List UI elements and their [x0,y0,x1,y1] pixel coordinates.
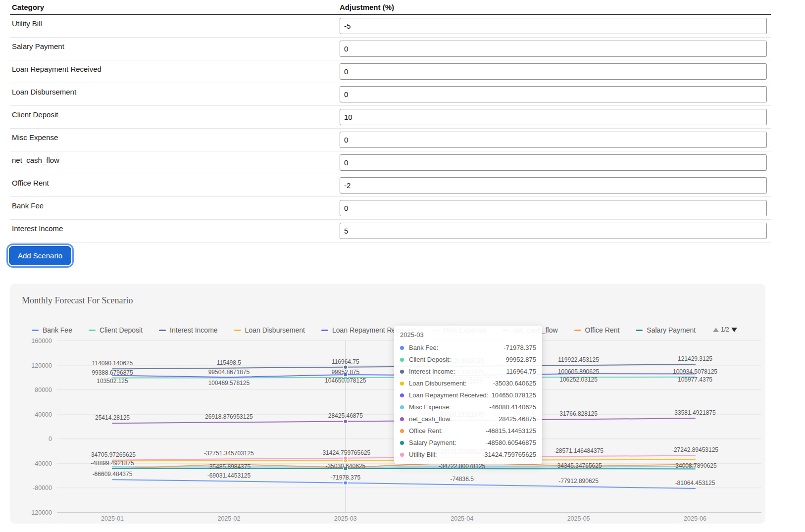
table-row: Client Deposit [10,106,771,129]
y-axis-tick: 80000 [35,387,52,393]
data-label-bank-fee: -66609.484375 [93,471,133,478]
hover-point-utility-bill [344,456,348,460]
table-row: Bank Fee [10,197,771,220]
data-label-net-cash-flow: 28425.46875 [328,412,363,419]
x-axis-tick: 2025-03 [334,515,357,522]
series-line-net-cash-flow [112,418,695,423]
y-axis-tick: -80000 [33,484,52,491]
data-label-net-cash-flow: 31766.828125 [559,410,598,417]
category-label-interest-income: Interest Income [12,224,63,233]
data-label-loan-disbursement: -34008.7890625 [673,462,717,469]
adjustment-form: Category Adjustment (%) Utility BillSala… [10,0,771,242]
data-label-net-cash-flow: 26918.876953125 [205,413,253,420]
category-label-salary-payment: Salary Payment [12,42,64,50]
data-label-net-cash-flow: 30060.19921875 [440,411,484,418]
data-label-bank-fee: -81064.453125 [675,480,715,486]
section-divider [10,270,771,270]
data-label-loan-repayment-received: 104650.078125 [325,377,366,384]
data-label-interest-income: 114090.140625 [92,360,133,367]
data-label-loan-repayment-received: 106252.03125 [559,376,598,383]
data-label-loan-repayment-received: 105977.4375 [678,376,712,383]
data-label-loan-disbursement: -35030.640625 [325,463,365,470]
data-label-loan-disbursement: -34722.80078125 [439,463,485,470]
data-label-utility-bill: -28571.146484375 [553,447,604,454]
data-label-loan-repayment-received: 100469.578125 [208,380,250,387]
x-axis-tick: 2025-04 [451,515,473,522]
data-label-utility-bill: -29901.50390625 [439,448,485,455]
table-row: Office Rent [10,174,771,197]
data-label-net-cash-flow: 25414.28125 [95,414,130,421]
data-label-client-deposit: 99504.8671875 [208,369,250,376]
x-axis-tick: 2025-01 [101,515,124,522]
series-line-misc-expense [112,467,695,467]
forecast-chart-card: Monthly Forecast For Scenario Bank FeeCl… [10,284,765,524]
series-line-loan-disbursement [112,460,695,461]
column-header-category: Category [12,3,44,11]
y-axis-tick: 40000 [35,411,52,418]
x-axis-tick: 2025-05 [567,515,590,522]
data-label-interest-income: 118429.3828125 [440,357,485,364]
data-label-interest-income: 121429.3125 [678,355,712,362]
adjustment-input-utility-bill[interactable] [340,18,767,34]
category-label-utility-bill: Utility Bill [12,19,42,28]
adjustment-input-loan-disbursement[interactable] [340,86,767,102]
adjustment-input-interest-income[interactable] [340,223,767,239]
table-row: Salary Payment [10,38,771,60]
adjustment-input-salary-payment[interactable] [340,41,767,57]
table-row: Loan Repayment Received [10,60,771,83]
data-label-interest-income: 116964.75 [332,358,359,365]
x-axis-tick: 2025-02 [217,515,240,522]
adjustment-input-loan-repayment-received[interactable] [340,63,767,80]
data-label-bank-fee: -69031.4453125 [207,472,251,479]
data-label-bank-fee: -71978.375 [330,474,360,481]
add-scenario-button[interactable]: Add Scenario [9,246,71,265]
line-chart-plot: 16000012000080000400000-40000-80000-1200… [10,284,765,524]
data-label-loan-repayment-received: 103356.921875 [441,378,483,385]
table-header: Category Adjustment (%) [10,0,771,15]
data-label-utility-bill: -27242.89453125 [672,446,718,453]
category-label-bank-fee: Bank Fee [12,201,44,210]
hover-point-net-cash-flow [344,419,348,423]
x-axis-tick: 2025-06 [684,515,706,522]
category-label-loan-repayment-received: Loan Repayment Received [12,65,101,73]
adjustment-table-body: Utility BillSalary PaymentLoan Repayment… [10,15,771,242]
series-line-bank-fee [112,480,695,488]
table-row: Loan Disbursement [10,83,771,106]
data-label-loan-disbursement: -35485.8984375 [207,463,251,470]
y-axis-tick: 0 [49,435,52,442]
data-label-client-deposit: 99952.875 [331,369,359,376]
adjustment-input-bank-fee[interactable] [340,200,767,216]
data-label-utility-bill: -32751.345703125 [204,450,254,457]
data-label-loan-disbursement: -34345.34765625 [555,462,602,469]
y-axis-tick: 120000 [31,362,52,369]
y-axis-tick: -40000 [33,460,52,467]
data-label-client-deposit: 99388.6796875 [92,369,133,376]
table-row: Interest Income [10,220,771,242]
series-line-salary-payment [112,468,695,469]
data-label-bank-fee: -77912.890625 [558,478,599,484]
data-label-client-deposit: 100934.5078125 [673,368,717,375]
column-header-adjustment: Adjustment (%) [340,3,394,11]
data-label-office-rent: -48899.4921875 [91,460,134,467]
category-label-net-cash-flow: net_cash_flow [12,156,59,164]
data-label-net-cash-flow: 33581.4921875 [674,409,716,416]
table-row: Utility Bill [10,15,771,38]
data-label-interest-income: 115498.5 [217,359,241,366]
table-row: Misc Expense [10,129,771,151]
data-label-loan-repayment-received: 103502.125 [97,378,128,385]
adjustment-input-misc-expense[interactable] [340,132,767,148]
adjustment-input-office-rent[interactable] [340,177,767,193]
category-label-office-rent: Office Rent [12,179,49,187]
data-label-interest-income: 119922.453125 [558,356,599,363]
data-label-bank-fee: -74836.5 [451,476,474,483]
data-label-client-deposit: 100605.890625 [558,368,600,375]
data-label-client-deposit: 100238.2421875 [440,369,484,376]
y-axis-tick: -120000 [29,509,52,516]
data-label-utility-bill: -34705.97265625 [89,451,136,458]
data-label-utility-bill: -31424.759765625 [320,449,370,456]
y-axis-tick: 160000 [31,338,52,344]
adjustment-input-client-deposit[interactable] [340,109,767,125]
hover-point-bank-fee [344,481,348,485]
table-row: net_cash_flow [10,151,771,174]
adjustment-input-net-cash-flow[interactable] [340,154,767,171]
